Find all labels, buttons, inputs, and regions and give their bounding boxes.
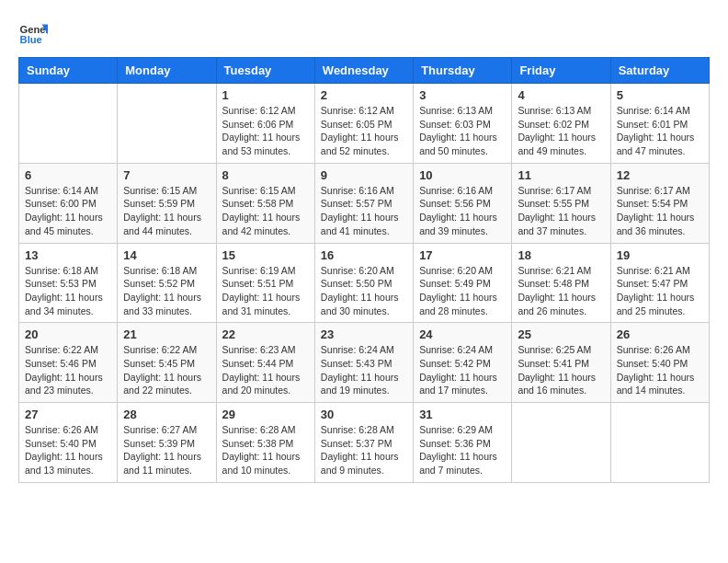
calendar-cell: 2Sunrise: 6:12 AM Sunset: 6:05 PM Daylig…: [314, 84, 413, 164]
day-info: Sunrise: 6:16 AM Sunset: 5:57 PM Dayligh…: [321, 184, 407, 238]
day-info: Sunrise: 6:24 AM Sunset: 5:42 PM Dayligh…: [419, 343, 506, 397]
day-number: 8: [222, 168, 309, 182]
calendar-week-2: 6Sunrise: 6:14 AM Sunset: 6:00 PM Daylig…: [19, 163, 710, 243]
calendar-header-row: SundayMondayTuesdayWednesdayThursdayFrid…: [19, 58, 710, 84]
day-info: Sunrise: 6:15 AM Sunset: 5:59 PM Dayligh…: [123, 184, 210, 238]
weekday-header-tuesday: Tuesday: [216, 58, 314, 84]
day-info: Sunrise: 6:15 AM Sunset: 5:58 PM Dayligh…: [222, 184, 309, 238]
day-number: 21: [123, 327, 210, 341]
day-info: Sunrise: 6:18 AM Sunset: 5:53 PM Dayligh…: [25, 264, 111, 318]
calendar-cell: 19Sunrise: 6:21 AM Sunset: 5:47 PM Dayli…: [610, 243, 709, 323]
weekday-header-wednesday: Wednesday: [314, 58, 413, 84]
day-info: Sunrise: 6:12 AM Sunset: 6:06 PM Dayligh…: [222, 104, 309, 158]
weekday-header-friday: Friday: [512, 58, 610, 84]
calendar-cell: 3Sunrise: 6:13 AM Sunset: 6:03 PM Daylig…: [414, 84, 512, 164]
day-number: 7: [123, 168, 210, 182]
calendar-cell: [19, 84, 118, 164]
day-number: 17: [419, 248, 506, 262]
calendar-cell: 8Sunrise: 6:15 AM Sunset: 5:58 PM Daylig…: [216, 163, 314, 243]
day-info: Sunrise: 6:17 AM Sunset: 5:55 PM Dayligh…: [518, 184, 604, 238]
day-number: 13: [25, 248, 111, 262]
day-info: Sunrise: 6:20 AM Sunset: 5:50 PM Dayligh…: [321, 264, 407, 318]
logo-icon: General Blue: [18, 18, 48, 48]
day-number: 31: [419, 408, 506, 421]
day-number: 29: [222, 408, 309, 421]
day-info: Sunrise: 6:23 AM Sunset: 5:44 PM Dayligh…: [222, 343, 309, 397]
calendar-cell: [118, 84, 216, 164]
day-number: 2: [321, 88, 407, 102]
calendar-cell: 21Sunrise: 6:22 AM Sunset: 5:45 PM Dayli…: [118, 323, 216, 403]
day-number: 3: [419, 88, 506, 102]
day-number: 19: [617, 248, 703, 262]
calendar-cell: 15Sunrise: 6:19 AM Sunset: 5:51 PM Dayli…: [216, 243, 314, 323]
day-info: Sunrise: 6:13 AM Sunset: 6:02 PM Dayligh…: [518, 104, 604, 158]
svg-text:Blue: Blue: [20, 34, 42, 45]
calendar-cell: 25Sunrise: 6:25 AM Sunset: 5:41 PM Dayli…: [512, 323, 610, 403]
day-number: 24: [419, 327, 506, 341]
day-info: Sunrise: 6:24 AM Sunset: 5:43 PM Dayligh…: [321, 343, 407, 397]
day-number: 27: [25, 408, 111, 421]
calendar-cell: [610, 403, 709, 483]
calendar-cell: 14Sunrise: 6:18 AM Sunset: 5:52 PM Dayli…: [118, 243, 216, 323]
page-header: General Blue: [18, 18, 710, 48]
day-info: Sunrise: 6:14 AM Sunset: 6:00 PM Dayligh…: [25, 184, 111, 238]
calendar-cell: 9Sunrise: 6:16 AM Sunset: 5:57 PM Daylig…: [314, 163, 413, 243]
day-number: 30: [321, 408, 407, 421]
calendar-week-4: 20Sunrise: 6:22 AM Sunset: 5:46 PM Dayli…: [19, 323, 710, 403]
calendar-cell: 13Sunrise: 6:18 AM Sunset: 5:53 PM Dayli…: [19, 243, 118, 323]
calendar-cell: 20Sunrise: 6:22 AM Sunset: 5:46 PM Dayli…: [19, 323, 118, 403]
calendar-cell: 17Sunrise: 6:20 AM Sunset: 5:49 PM Dayli…: [414, 243, 512, 323]
day-number: 14: [123, 248, 210, 262]
calendar-week-1: 1Sunrise: 6:12 AM Sunset: 6:06 PM Daylig…: [19, 84, 710, 164]
calendar-cell: 7Sunrise: 6:15 AM Sunset: 5:59 PM Daylig…: [118, 163, 216, 243]
day-number: 18: [518, 248, 604, 262]
calendar-cell: 16Sunrise: 6:20 AM Sunset: 5:50 PM Dayli…: [314, 243, 413, 323]
weekday-header-thursday: Thursday: [414, 58, 512, 84]
calendar-cell: 12Sunrise: 6:17 AM Sunset: 5:54 PM Dayli…: [610, 163, 709, 243]
day-number: 28: [123, 408, 210, 421]
day-number: 10: [419, 168, 506, 182]
day-info: Sunrise: 6:29 AM Sunset: 5:36 PM Dayligh…: [419, 423, 506, 477]
logo: General Blue: [18, 18, 51, 48]
day-number: 6: [25, 168, 111, 182]
day-info: Sunrise: 6:22 AM Sunset: 5:46 PM Dayligh…: [25, 343, 111, 397]
day-info: Sunrise: 6:27 AM Sunset: 5:39 PM Dayligh…: [123, 423, 210, 477]
calendar-cell: 23Sunrise: 6:24 AM Sunset: 5:43 PM Dayli…: [314, 323, 413, 403]
day-number: 1: [222, 88, 309, 102]
day-number: 22: [222, 327, 309, 341]
calendar-cell: [512, 403, 610, 483]
day-info: Sunrise: 6:26 AM Sunset: 5:40 PM Dayligh…: [617, 343, 703, 397]
calendar-cell: 18Sunrise: 6:21 AM Sunset: 5:48 PM Dayli…: [512, 243, 610, 323]
calendar-body: 1Sunrise: 6:12 AM Sunset: 6:06 PM Daylig…: [19, 84, 710, 483]
calendar-cell: 30Sunrise: 6:28 AM Sunset: 5:37 PM Dayli…: [314, 403, 413, 483]
day-number: 25: [518, 327, 604, 341]
day-info: Sunrise: 6:28 AM Sunset: 5:38 PM Dayligh…: [222, 423, 309, 477]
day-info: Sunrise: 6:12 AM Sunset: 6:05 PM Dayligh…: [321, 104, 407, 158]
day-number: 5: [617, 88, 703, 102]
day-info: Sunrise: 6:18 AM Sunset: 5:52 PM Dayligh…: [123, 264, 210, 318]
calendar-cell: 10Sunrise: 6:16 AM Sunset: 5:56 PM Dayli…: [414, 163, 512, 243]
day-number: 23: [321, 327, 407, 341]
calendar-cell: 22Sunrise: 6:23 AM Sunset: 5:44 PM Dayli…: [216, 323, 314, 403]
calendar-cell: 28Sunrise: 6:27 AM Sunset: 5:39 PM Dayli…: [118, 403, 216, 483]
day-info: Sunrise: 6:13 AM Sunset: 6:03 PM Dayligh…: [419, 104, 506, 158]
weekday-header-saturday: Saturday: [610, 58, 709, 84]
day-info: Sunrise: 6:19 AM Sunset: 5:51 PM Dayligh…: [222, 264, 309, 318]
day-info: Sunrise: 6:25 AM Sunset: 5:41 PM Dayligh…: [518, 343, 604, 397]
calendar-week-5: 27Sunrise: 6:26 AM Sunset: 5:40 PM Dayli…: [19, 403, 710, 483]
calendar-cell: 5Sunrise: 6:14 AM Sunset: 6:01 PM Daylig…: [610, 84, 709, 164]
calendar-cell: 24Sunrise: 6:24 AM Sunset: 5:42 PM Dayli…: [414, 323, 512, 403]
weekday-header-monday: Monday: [118, 58, 216, 84]
calendar-cell: 4Sunrise: 6:13 AM Sunset: 6:02 PM Daylig…: [512, 84, 610, 164]
day-number: 16: [321, 248, 407, 262]
day-info: Sunrise: 6:16 AM Sunset: 5:56 PM Dayligh…: [419, 184, 506, 238]
day-info: Sunrise: 6:17 AM Sunset: 5:54 PM Dayligh…: [617, 184, 703, 238]
day-info: Sunrise: 6:21 AM Sunset: 5:48 PM Dayligh…: [518, 264, 604, 318]
day-info: Sunrise: 6:28 AM Sunset: 5:37 PM Dayligh…: [321, 423, 407, 477]
day-number: 15: [222, 248, 309, 262]
day-number: 11: [518, 168, 604, 182]
day-number: 26: [617, 327, 703, 341]
day-number: 20: [25, 327, 111, 341]
calendar-cell: 6Sunrise: 6:14 AM Sunset: 6:00 PM Daylig…: [19, 163, 118, 243]
calendar-cell: 11Sunrise: 6:17 AM Sunset: 5:55 PM Dayli…: [512, 163, 610, 243]
